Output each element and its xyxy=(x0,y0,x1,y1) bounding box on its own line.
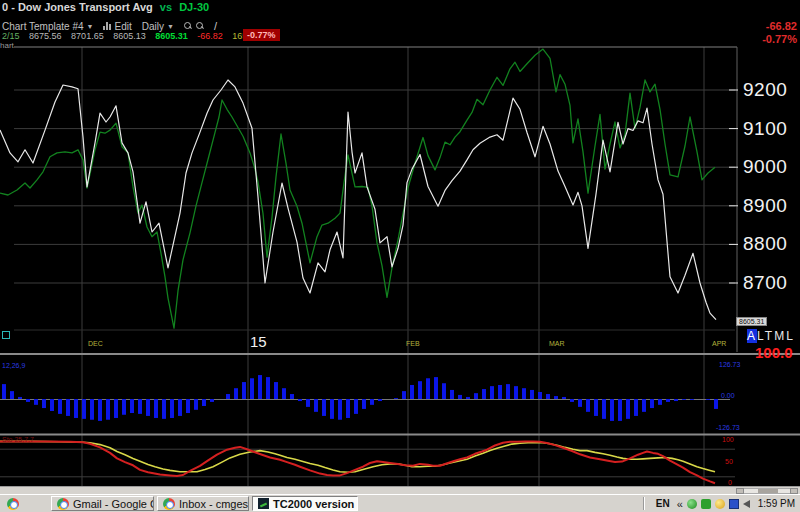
price-axis-label: 9000 xyxy=(743,156,787,178)
chart-canvas[interactable] xyxy=(0,0,800,494)
hotkey-letter: T xyxy=(765,329,774,343)
price-axis-label: 9100 xyxy=(743,118,787,140)
hotkey-letter: M xyxy=(774,329,786,343)
time-axis-label: DEC xyxy=(88,340,103,347)
hotkey-letters: ALTML xyxy=(747,329,795,343)
macd-axis-label: 0.00 xyxy=(721,392,735,399)
hotkey-letter: L xyxy=(757,329,765,343)
tray-app-icon[interactable] xyxy=(701,499,711,509)
system-tray: EN « 1:59 PM xyxy=(638,497,800,510)
stoch-params-label: Sto 25,7,7 xyxy=(2,436,34,443)
stoch-axis-label: 0 xyxy=(728,479,732,486)
price-axis-label: 8700 xyxy=(743,272,787,294)
macd-params-label: 12,26,9 xyxy=(2,362,25,369)
clock: 1:59 PM xyxy=(758,498,795,509)
last-price-tag: 8605.31 xyxy=(736,317,767,326)
time-axis-label: 15 xyxy=(250,333,267,350)
tray-messenger-icon[interactable] xyxy=(715,499,725,509)
scroll-handle[interactable] xyxy=(2,331,10,339)
horizontal-scrollbar[interactable] xyxy=(0,486,800,494)
hotkey-letter: A xyxy=(747,329,757,343)
taskbar: Gmail - Google Chrome Inbox - cmgesquire… xyxy=(0,494,800,512)
macd-axis-label: 126.73 xyxy=(719,361,740,368)
price-axis-label: 8900 xyxy=(743,195,787,217)
time-axis-label: FEB xyxy=(406,340,420,347)
stoch-axis-label: 50 xyxy=(725,458,733,465)
time-axis-label: APR xyxy=(712,340,726,347)
tc2000-icon xyxy=(258,498,269,509)
tray-expand-chevron[interactable]: « xyxy=(677,498,683,510)
time-axis-label: MAR xyxy=(549,340,565,347)
chrome-quicklaunch-icon[interactable] xyxy=(7,498,19,510)
taskbar-button-tc2000[interactable]: TC2000 version 7 Gol... xyxy=(252,496,358,511)
chrome-icon xyxy=(163,498,175,510)
taskbar-button-label: Gmail - Google Chrome xyxy=(73,498,154,510)
stoch-scale-top: 100.0 xyxy=(755,344,793,361)
speaker-icon[interactable] xyxy=(743,500,750,508)
stoch-axis-label: 100 xyxy=(722,436,734,443)
network-icon[interactable] xyxy=(729,499,739,509)
chrome-icon xyxy=(57,498,69,510)
taskbar-button-inbox[interactable]: Inbox - cmgesquire@g... xyxy=(157,496,249,511)
taskbar-button-label: Inbox - cmgesquire@g... xyxy=(179,498,249,510)
divider xyxy=(643,497,644,510)
taskbar-button-gmail[interactable]: Gmail - Google Chrome xyxy=(51,496,154,511)
tray-app-icon[interactable] xyxy=(687,499,697,509)
price-axis-label: 9200 xyxy=(743,79,787,101)
price-axis-label: 8800 xyxy=(743,233,787,255)
hotkey-letter: L xyxy=(786,329,795,343)
language-indicator[interactable]: EN xyxy=(653,498,673,509)
macd-axis-label: -126.73 xyxy=(716,424,740,431)
tc2000-window: 0 - Dow Jones Transport Avg vs DJ-30 Cha… xyxy=(0,0,800,512)
scroll-thumb[interactable] xyxy=(758,489,778,493)
taskbar-button-label: TC2000 version 7 Gol... xyxy=(273,498,358,510)
